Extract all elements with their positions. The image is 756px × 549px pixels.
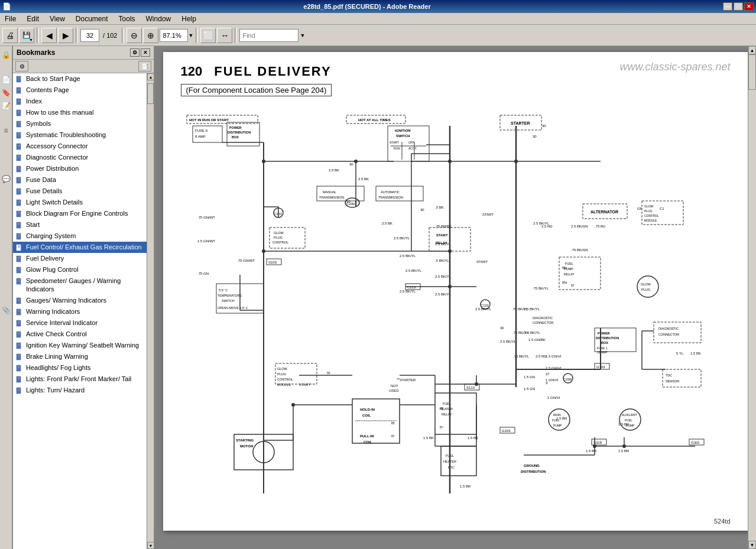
svg-text:C206: C206	[563, 378, 572, 381]
svg-text:10: 10	[346, 200, 351, 203]
svg-text:1.5 BR: 1.5 BR	[618, 449, 630, 453]
wiring-diagram: HOT IN RUN OR START FUSE 6 8 AMP POWER D…	[181, 103, 731, 517]
bookmark-item-27[interactable]: Lights: Turn/ Hazard	[13, 385, 147, 396]
bookmark-item-21[interactable]: Service Interval Indicator	[13, 317, 147, 329]
bookmarks-close-button[interactable]: ✕	[141, 48, 150, 57]
bookmarks-view-btn[interactable]: 📑	[138, 61, 151, 72]
svg-text:OFF: OFF	[408, 141, 414, 144]
menu-document[interactable]: Document	[73, 14, 111, 24]
svg-text:2.5 BK: 2.5 BK	[382, 222, 392, 225]
bookmark-item-15[interactable]: Fuel Control/ Exhaust Gas Recirculation	[13, 242, 147, 253]
fit-page-button[interactable]: ⬜	[200, 28, 216, 43]
maximize-button[interactable]: □	[734, 2, 743, 11]
scroll-up-arrow[interactable]: ▲	[147, 73, 154, 80]
bookmark-item-23[interactable]: Ignition Key Warning/ Seatbelt Warning	[13, 340, 147, 351]
side-icon-layers[interactable]: ≡	[1, 125, 11, 136]
side-icon-attach[interactable]: 📎	[1, 305, 11, 316]
bookmark-item-5[interactable]: Systematic Troubleshooting	[13, 129, 147, 141]
bookmark-item-19[interactable]: Gauges/ Warning Indicators	[13, 295, 147, 306]
page-footer-code: 524td	[714, 518, 731, 525]
bookmark-item-22[interactable]: Active Check Control	[13, 329, 147, 340]
svg-text:2.5 BK/YL: 2.5 BK/YL	[400, 254, 416, 258]
bookmark-icon-24	[15, 353, 24, 361]
bookmarks-settings-btn[interactable]: ⚙	[15, 61, 28, 72]
bookmark-icon-25	[15, 364, 24, 372]
forward-button[interactable]: ▶	[58, 28, 73, 43]
bookmark-item-26[interactable]: Lights: Front Park/ Front Marker/ Tail	[13, 373, 147, 385]
svg-text:30: 30	[420, 208, 424, 212]
svg-rect-30	[17, 189, 21, 194]
minimize-button[interactable]: —	[723, 2, 732, 11]
menu-file[interactable]: File	[2, 14, 18, 24]
bookmark-item-24[interactable]: Brake Lining Warning	[13, 351, 147, 362]
bookmark-item-12[interactable]: Block Diagram For Engine Controls	[13, 208, 147, 219]
menu-tools[interactable]: Tools	[116, 14, 138, 24]
svg-text:PLUG: PLUG	[274, 236, 283, 239]
save-button[interactable]: 💾 ▼	[19, 28, 34, 43]
side-icon-bookmarks[interactable]: 🔖	[1, 87, 11, 98]
menu-view[interactable]: View	[47, 14, 67, 24]
svg-text:85a: 85a	[562, 281, 567, 284]
bookmark-item-20[interactable]: Warning Indicators	[13, 306, 147, 317]
back-button[interactable]: ◀	[41, 28, 57, 43]
svg-rect-36	[17, 211, 21, 217]
svg-text:87: 87	[391, 434, 395, 438]
svg-text:85: 85	[440, 407, 443, 410]
zoom-input[interactable]	[160, 29, 188, 42]
bookmark-item-1[interactable]: Contents Page	[13, 85, 147, 96]
bookmark-item-0[interactable]: Back to Start Page	[13, 73, 147, 85]
page-number-input[interactable]	[80, 29, 99, 42]
svg-point-294	[354, 160, 358, 163]
side-icon-comment[interactable]: 💬	[1, 174, 11, 184]
svg-text:PLUG: PLUG	[644, 209, 653, 213]
content-scroll-down[interactable]: ▼	[748, 541, 756, 549]
bookmark-icon-26	[15, 375, 24, 384]
scroll-down-arrow[interactable]: ▼	[147, 542, 154, 549]
svg-text:2.5 BK/YL: 2.5 BK/YL	[475, 307, 492, 311]
bookmark-icon-27	[15, 386, 24, 395]
content-scrollbar[interactable]: ▲ ▼	[748, 46, 756, 549]
side-icon-pages[interactable]: 📄	[1, 74, 11, 85]
bookmark-item-14[interactable]: Charging System	[13, 230, 147, 242]
bookmark-item-2[interactable]: Index	[13, 96, 147, 107]
menu-window[interactable]: Window	[144, 14, 174, 24]
bookmark-item-7[interactable]: Diagnostic Connector	[13, 152, 147, 163]
svg-rect-27	[17, 177, 21, 183]
bookmark-item-13[interactable]: Start	[13, 219, 147, 230]
bookmarks-scrollbar[interactable]: ▲ ▼	[147, 73, 154, 549]
bookmark-item-6[interactable]: Accessory Connector	[13, 141, 147, 152]
zoom-in-button[interactable]: ⊕	[143, 28, 158, 43]
scroll-thumb[interactable]	[147, 83, 154, 104]
content-scroll-thumb[interactable]	[748, 54, 756, 90]
close-button[interactable]: ✕	[744, 2, 754, 11]
print-button[interactable]: 🖨	[2, 28, 18, 43]
find-input[interactable]	[239, 29, 298, 42]
svg-text:S100: S100	[268, 261, 277, 264]
side-icon-lock[interactable]: 🔒	[1, 50, 11, 60]
zoom-out-button[interactable]: ⊖	[126, 28, 142, 43]
svg-text:C1: C1	[660, 207, 664, 210]
zoom-dropdown-arrow[interactable]: ▼	[188, 33, 193, 38]
side-icon-fields[interactable]: 📝	[1, 100, 11, 111]
bookmark-item-11[interactable]: Light Switch Details	[13, 197, 147, 208]
bookmark-icon-6	[15, 142, 24, 151]
menu-help[interactable]: Help	[179, 14, 199, 24]
svg-rect-54	[17, 278, 21, 284]
bookmark-item-16[interactable]: Fuel Delivery	[13, 253, 147, 264]
bookmark-item-3[interactable]: How to use this manual	[13, 107, 147, 118]
fit-width-button[interactable]: ↔	[217, 28, 232, 43]
bookmark-item-17[interactable]: Glow Plug Control	[13, 264, 147, 275]
bookmark-item-10[interactable]: Fuse Details	[13, 186, 147, 197]
find-dropdown-arrow[interactable]: ▼	[300, 33, 305, 38]
content-scroll-up[interactable]: ▲	[748, 46, 756, 54]
bookmark-item-9[interactable]: Fuse Data	[13, 174, 147, 186]
svg-point-331	[291, 403, 295, 407]
bookmark-item-25[interactable]: Headlights/ Fog Lights	[13, 362, 147, 373]
bookmarks-options-button[interactable]: ⚙	[130, 48, 139, 57]
bookmark-item-4[interactable]: Symbols	[13, 118, 147, 129]
bookmark-item-18[interactable]: Speedometer/ Gauges / Warning Indicators	[13, 275, 147, 295]
bookmark-icon-13	[15, 221, 24, 229]
menu-edit[interactable]: Edit	[24, 14, 41, 24]
bookmark-item-8[interactable]: Power Distribution	[13, 163, 147, 174]
svg-text:BOX: BOX	[232, 135, 239, 139]
